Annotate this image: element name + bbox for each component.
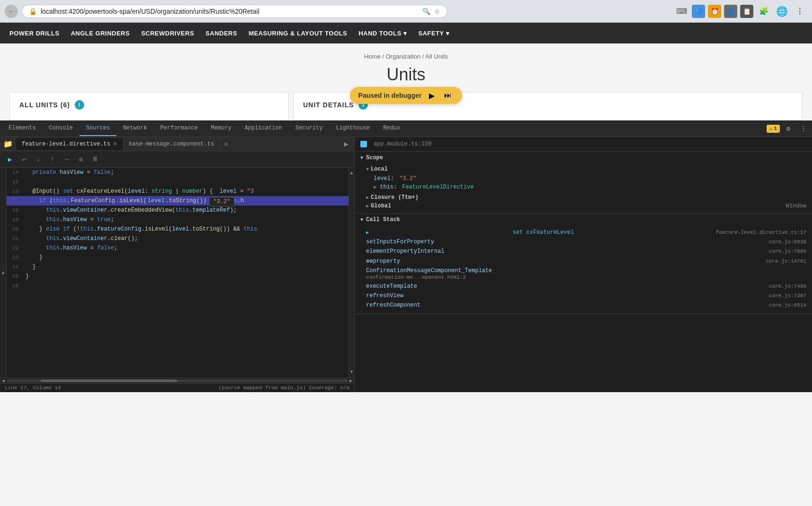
back-button[interactable]: ← [5,5,18,18]
step-into-btn[interactable]: ↓ [32,153,44,165]
call-stack-section: ▼ Call Stack set cxFeatureLevel feature-… [355,214,812,314]
run-icon[interactable]: ▶ [340,138,352,150]
address-bar-text[interactable]: localhost:4200/powertools-spa/en/USD/org… [41,8,259,15]
tab-elements[interactable]: Elements [2,121,43,136]
tab-redux[interactable]: Redux [376,121,407,136]
tab-application[interactable]: Application [238,121,288,136]
devtools-tabs: Elements Console Sources Network Perform… [0,120,812,137]
scope-body: ▼ Local level: "3.2" ▶ this: Featur [355,164,812,213]
scroll-down-btn[interactable]: ▼ [349,369,354,376]
extension-icon-2[interactable]: ⏰ [708,5,721,18]
level-val: "3.2" [399,175,416,182]
step-button[interactable]: ⏭ [442,90,454,101]
menu-icon[interactable]: ⋮ [792,4,807,19]
this-key: this: [380,184,397,190]
more-options-icon[interactable]: ⋮ [797,122,810,135]
tab-network[interactable]: Network [116,121,153,136]
table-row: 25 } [7,272,349,281]
scroll-right-btn[interactable]: ▶ [349,378,352,384]
tab-security[interactable]: Security [289,121,330,136]
deactivate-btn[interactable]: ⊘ [75,153,87,165]
table-row: 19 this.hasView = true; [7,215,349,224]
table-row: 20 } else if (!this.featureConfig.isLeve… [7,224,349,234]
breakpoint-checkbox[interactable] [360,141,367,147]
this-expand-arrow[interactable]: ▶ [374,185,376,190]
global-header[interactable]: ▶ Global Window [366,203,806,209]
scroll-up-btn[interactable]: ▲ [349,170,354,177]
tab-console[interactable]: Console [43,121,79,136]
list-item[interactable]: refreshView core.js:7367 [366,291,806,300]
nav-sanders[interactable]: SANDERS [206,30,237,37]
all-units-info-icon[interactable]: i [75,100,84,110]
tab-performance[interactable]: Performance [154,121,204,136]
closure-header[interactable]: ▶ Closure (Ttm+) [366,194,806,201]
list-item[interactable]: ConfirmationMessageComponent_Template co… [366,266,806,282]
all-units-header: ALL UNITS (6) i [19,100,279,110]
nav-safety[interactable]: SAFETY [418,30,449,37]
tab-sources[interactable]: Sources [79,121,116,136]
step-out-btn[interactable]: ↑ [46,153,59,165]
debug-this-item: ▶ this: FeatureLevelDirective [374,183,806,191]
nav-screwdrivers[interactable]: SCREWDRIVERS [141,30,194,37]
extension-icon-1[interactable]: 🔷 [692,5,705,18]
scope-chevron: ▼ [360,155,363,161]
debug-level-item: level: "3.2" [374,174,806,183]
step-over-btn[interactable]: ↩ [18,153,30,165]
code-tab-feature-level[interactable]: feature-level.directive.ts × [16,138,123,150]
scroll-left-btn[interactable]: ◀ [2,378,5,384]
list-item[interactable]: ɵɵproperty core.js:14761 [366,256,806,266]
app-navbar: POWER DRILLS ANGLE GRINDERS SCREWDRIVERS… [0,23,812,43]
scroll-thumb[interactable] [41,379,177,382]
horizontal-scrollbar[interactable]: ◀ ▶ [0,377,354,383]
global-val: Window [786,203,806,209]
list-item[interactable]: executeTemplate core.js:7498 [366,282,806,291]
tab-memory[interactable]: Memory [204,121,238,136]
closure-label: Closure (Ttm+) [371,194,419,201]
nav-measuring[interactable]: MEASURING & LAYOUT TOOLS [249,30,347,37]
call-stack-body: set cxFeatureLevel feature-level.directi… [355,226,812,314]
table-row: 21 this.viewContainer.clear(); [7,234,349,243]
tab-lighthouse[interactable]: Lighthouse [329,121,376,136]
breakpoints-section: app.module.ts:150 [355,137,812,152]
list-item[interactable]: elementPropertyInternal core.js:7880 [366,247,806,256]
table-row: 16 @Input() set cxFeatureLevel(level: st… [7,187,349,196]
call-stack-file-2: core.js:7880 [769,249,806,254]
code-panel-tabs: 📁 feature-level.directive.ts × base-mess… [0,137,354,151]
list-item[interactable]: setInputsForProperty core.js:8838 [366,237,806,247]
settings-icon[interactable]: ⚙ [782,122,795,135]
nav-angle-grinders[interactable]: ANGLE GRINDERS [71,30,130,37]
scroll-up-indicator[interactable]: ▲ [0,270,6,275]
file-tree-icon[interactable]: 📁 [2,138,14,150]
call-stack-chevron: ▼ [360,217,363,223]
breakpoint-file: app.module.ts:150 [374,141,431,147]
code-tab-base-message[interactable]: base-message.component.ts [123,138,220,150]
pause-on-exceptions-btn[interactable]: ⏸ [89,153,101,165]
table-row: 17 if (this.FeatureConfig.isLevel(level.… [7,196,349,206]
call-stack-file-3: core.js:14761 [766,258,806,264]
local-header[interactable]: ▼ Local [366,166,806,172]
call-stack-header[interactable]: ▼ Call Stack [355,214,812,226]
scroll-track[interactable] [7,379,348,382]
extensions-icon[interactable]: 🧩 [756,4,771,19]
resume-button[interactable]: ▶ [426,90,437,101]
more-tabs-icon[interactable]: » [220,138,232,150]
keyboard-icon[interactable]: ⌨ [674,4,689,19]
nav-power-drills[interactable]: POWER DRILLS [9,30,60,37]
list-item[interactable]: set cxFeatureLevel feature-level.directi… [366,228,806,237]
table-row: 15 [7,177,349,187]
scope-header[interactable]: ▼ Scope [355,152,812,164]
extension-icon-4[interactable]: 📋 [740,5,753,18]
resume-execution-btn[interactable]: ▶ [4,153,16,165]
nav-hand-tools[interactable]: HAND TOOLS [358,30,407,37]
code-area[interactable]: "3.2" 14 private hasView = false; 15 [7,168,349,377]
list-item[interactable]: refreshComponent core.js:8514 [366,300,806,310]
close-tab-feature-level[interactable]: × [113,140,117,148]
warning-badge[interactable]: ⚠ 1 [767,125,780,133]
profile-icon[interactable]: 🌐 [774,4,789,19]
table-row: 18 this.viewContainer.createEmbeddedView… [7,206,349,215]
call-stack-func-6: refreshView [366,292,403,299]
call-stack-func-4: ConfirmationMessageComponent_Template [366,267,492,274]
extension-icon-3[interactable]: 👤 [724,5,737,18]
global-label: Global [371,203,391,209]
step-btn[interactable]: → [61,153,73,165]
